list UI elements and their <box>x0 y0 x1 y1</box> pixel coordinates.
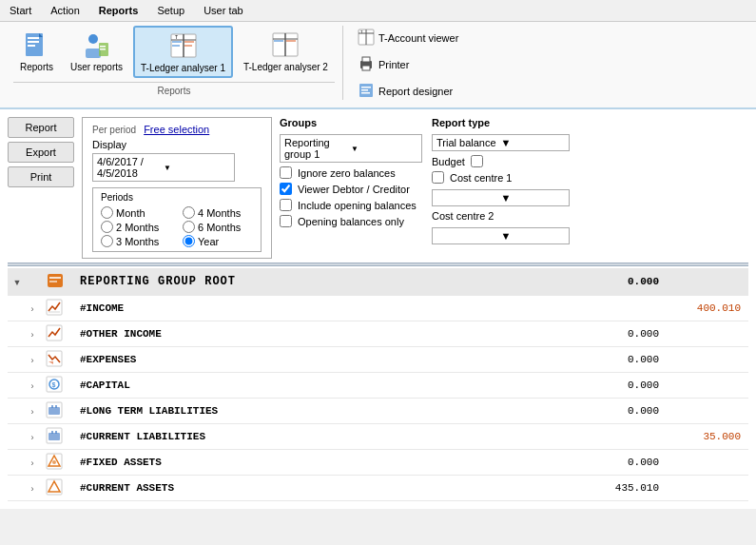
period-3months[interactable]: 3 Months <box>101 235 171 247</box>
budget-checkbox[interactable] <box>471 155 483 167</box>
svg-rect-31 <box>361 87 371 88</box>
ribbon-btn-tledger2[interactable]: T-Ledger analyser 2 <box>237 26 335 78</box>
separator <box>8 263 748 266</box>
ltliab-expand-btn[interactable]: › <box>27 406 38 418</box>
cost-centre1-select[interactable]: ▼ <box>432 189 570 206</box>
date-select[interactable]: 4/6/2017 / 4/5/2018 ▼ <box>92 153 235 182</box>
root-expand-btn[interactable]: ▼ <box>11 277 23 288</box>
report-button[interactable]: Report <box>8 117 74 138</box>
table-row: › #FIXED ASSETS 0.000 <box>8 450 748 476</box>
expenses-label: #EXPENSES <box>76 347 587 373</box>
ribbon-group-reports: Reports User reports <box>6 26 343 100</box>
cost-centre1-row: Cost centre 1 <box>432 171 570 184</box>
free-selection-link[interactable]: Free selection <box>144 124 209 135</box>
cost-centre1-checkbox[interactable] <box>432 171 444 184</box>
svg-rect-1 <box>28 37 39 39</box>
svg-rect-14 <box>172 41 182 43</box>
period-3months-label: 3 Months <box>116 236 159 247</box>
report-type-section: Report type Trial balance ▼ Budget Cost … <box>432 117 570 244</box>
ltliab-icon <box>46 401 72 420</box>
svg-rect-2 <box>28 41 39 43</box>
date-dropdown-arrow: ▼ <box>164 164 230 172</box>
income-expand-btn[interactable]: › <box>27 303 38 315</box>
ribbon-btn-printer-label: Printer <box>378 59 409 70</box>
ribbon-btn-report-designer[interactable]: Report designer <box>351 79 465 104</box>
cost-centre2-select[interactable]: ▼ <box>432 227 570 244</box>
svg-text:$: $ <box>52 381 56 389</box>
ribbon: Reports User reports <box>0 22 756 109</box>
taccount-icon: T <box>358 29 375 48</box>
ribbon-btn-taccount-label: T-Account viewer <box>378 32 458 44</box>
display-label: Display <box>92 139 262 150</box>
fixedassets-expand-btn[interactable]: › <box>27 457 38 469</box>
period-3months-radio[interactable] <box>101 235 113 247</box>
period-section: Per period Free selection Display 4/6/20… <box>82 117 272 259</box>
menu-usertab[interactable]: User tab <box>194 2 253 19</box>
period-6months-label: 6 Months <box>198 222 241 233</box>
period-2months-radio[interactable] <box>101 221 113 233</box>
period-6months-radio[interactable] <box>183 221 195 233</box>
viewer-debtor-checkbox[interactable] <box>280 183 292 195</box>
tree-table: ▼ REPORTING GROUP ROOT 0.000 <box>8 268 748 501</box>
svg-rect-46 <box>48 407 60 415</box>
ribbon-group-label: Reports <box>157 86 190 96</box>
report-type-value: Trial balance <box>436 137 501 148</box>
period-month-radio[interactable] <box>101 206 113 219</box>
ribbon-btn-user-reports-label: User reports <box>70 62 123 72</box>
income-value <box>587 296 663 321</box>
expenses-value: 0.000 <box>587 347 663 373</box>
period-year-label: Year <box>198 236 219 247</box>
viewer-debtor-row: Viewer Debtor / Creditor <box>280 183 422 195</box>
menu-reports[interactable]: Reports <box>89 2 148 19</box>
period-month[interactable]: Month <box>101 206 171 219</box>
income-right-value: 400.010 <box>672 296 748 321</box>
ignore-zero-row: Ignore zero balances <box>280 166 422 179</box>
ribbon-btn-reports[interactable]: Reports <box>13 26 60 78</box>
root-bar <box>663 268 672 296</box>
ribbon-btn-printer[interactable]: Printer <box>351 52 465 77</box>
other-income-expand-btn[interactable]: › <box>27 329 38 341</box>
period-year[interactable]: Year <box>183 235 253 247</box>
group-select[interactable]: Reporting group 1 ▼ <box>280 134 422 163</box>
svg-point-5 <box>88 34 98 44</box>
svg-rect-15 <box>184 41 194 43</box>
print-button[interactable]: Print <box>8 166 74 187</box>
menu-setup[interactable]: Setup <box>147 2 194 19</box>
export-button[interactable]: Export <box>8 142 74 163</box>
svg-text:T: T <box>175 34 178 40</box>
include-opening-checkbox[interactable] <box>280 199 292 211</box>
period-4months[interactable]: 4 Months <box>183 206 253 219</box>
opening-only-checkbox[interactable] <box>280 215 292 227</box>
budget-row: Budget <box>432 155 570 167</box>
opening-only-label: Opening balances only <box>298 216 404 227</box>
period-2months[interactable]: 2 Months <box>101 221 171 233</box>
currassets-expand-btn[interactable]: › <box>27 483 38 495</box>
period-4months-label: 4 Months <box>198 207 241 219</box>
include-opening-label: Include opening balances <box>298 200 417 211</box>
svg-rect-17 <box>184 45 192 47</box>
ribbon-btn-user-reports[interactable]: User reports <box>64 26 129 78</box>
group-select-value: Reporting group 1 <box>284 137 351 160</box>
ribbon-btn-taccount[interactable]: T T-Account viewer <box>351 26 465 50</box>
ribbon-btn-tledger1[interactable]: T T-Ledger analyser 1 <box>133 26 233 78</box>
report-type-select[interactable]: Trial balance ▼ <box>432 134 570 151</box>
currliab-expand-btn[interactable]: › <box>27 432 38 443</box>
capital-label: #CAPITAL <box>76 373 587 399</box>
include-opening-row: Include opening balances <box>280 199 422 211</box>
menu-action[interactable]: Action <box>41 2 89 19</box>
other-income-label: #OTHER INCOME <box>76 321 587 347</box>
currassets-value: 435.010 <box>587 476 663 501</box>
capital-icon: $ <box>46 376 72 395</box>
ignore-zero-checkbox[interactable] <box>280 166 292 179</box>
menu-start[interactable]: Start <box>0 2 41 19</box>
budget-label: Budget <box>432 156 465 167</box>
period-year-radio[interactable] <box>183 235 195 247</box>
fixedassets-value: 0.000 <box>587 450 663 476</box>
period-4months-radio[interactable] <box>183 206 195 219</box>
svg-rect-3 <box>28 45 35 47</box>
period-6months[interactable]: 6 Months <box>183 221 253 233</box>
expenses-expand-btn[interactable]: › <box>27 355 38 366</box>
capital-expand-btn[interactable]: › <box>27 380 38 392</box>
cost-centre2-select-arrow: ▼ <box>501 230 566 242</box>
report-type-arrow: ▼ <box>501 137 566 148</box>
